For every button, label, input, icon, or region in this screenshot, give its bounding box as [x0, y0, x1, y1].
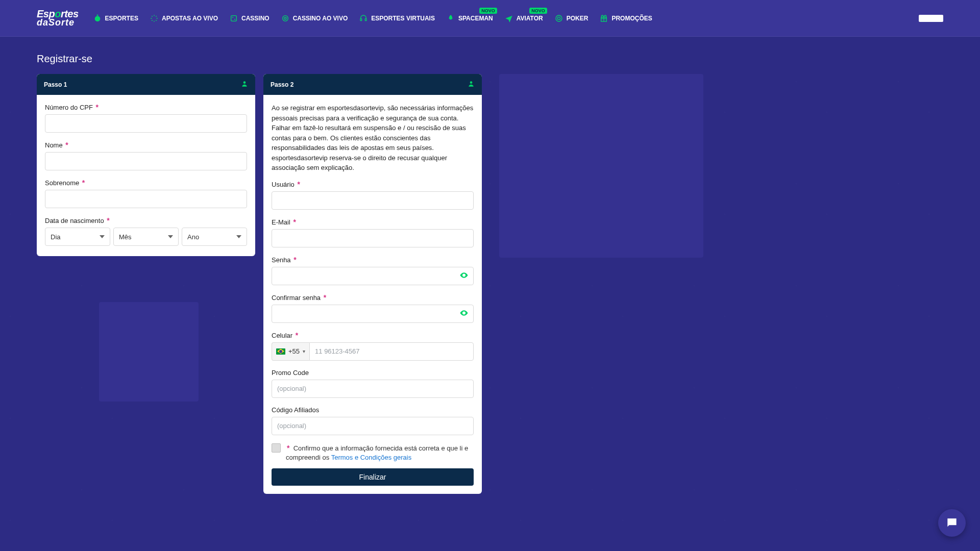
nav-label: APOSTAS AO VIVO [162, 15, 218, 22]
show-password-icon[interactable] [459, 270, 469, 281]
terms-text: * Confirmo que a informação fornecida es… [286, 443, 474, 463]
header-action-placeholder[interactable] [919, 15, 943, 22]
nav-label: PROMOÇÕES [611, 15, 652, 22]
brand-logo[interactable]: Esportes daSorte [37, 9, 79, 27]
nav-poker[interactable]: POKER [552, 11, 591, 26]
svg-point-9 [556, 15, 562, 21]
email-input[interactable] [272, 229, 474, 247]
dial-code-selector[interactable]: +55 ▾ [272, 342, 309, 361]
celular-input[interactable] [309, 342, 474, 361]
svg-point-12 [243, 81, 246, 84]
live-icon [150, 14, 159, 23]
dob-label: Data de nascimento * [45, 216, 247, 224]
svg-rect-1 [96, 14, 98, 15]
nav-label: AVIATOR [517, 15, 543, 22]
nav-label: CASSINO [241, 15, 270, 22]
nav-badge-novo: Novo [529, 8, 547, 14]
nav-label: CASSINO AO VIVO [293, 15, 348, 22]
nav-label: SPACEMAN [458, 15, 493, 22]
svg-point-0 [94, 16, 100, 21]
submit-button[interactable]: Finalizar [272, 468, 474, 486]
svg-rect-7 [360, 18, 362, 20]
card-step2-title: Passo 2 [271, 81, 293, 88]
terms-link[interactable]: Termos e Condições gerais [331, 454, 412, 461]
celular-label: Celular * [272, 331, 474, 339]
nav-cassino-ao-vivo[interactable]: CASSINO AO VIVO [279, 11, 350, 26]
user-icon [468, 80, 475, 89]
promo-placeholder-left [99, 302, 199, 402]
usuario-label: Usuário * [272, 180, 474, 188]
terms-checkbox[interactable] [272, 443, 281, 453]
senha-input[interactable] [272, 267, 474, 285]
dice-icon [229, 14, 238, 23]
chevron-down-icon: ▾ [303, 348, 305, 354]
nav-label: ESPORTES [105, 15, 138, 22]
rocket-icon [446, 14, 455, 23]
nome-label: Nome * [45, 141, 247, 149]
headset-icon [359, 14, 368, 23]
nav-badge-novo: Novo [479, 8, 497, 14]
afiliados-input[interactable] [272, 417, 474, 435]
promo-input[interactable] [272, 380, 474, 398]
show-password-icon[interactable] [459, 308, 469, 319]
promo-placeholder-right [499, 74, 703, 258]
chip-icon [281, 14, 290, 23]
usuario-input[interactable] [272, 191, 474, 210]
svg-point-6 [284, 17, 286, 19]
promo-label: Promo Code [272, 369, 474, 377]
nav-label: ESPORTES VIRTUAIS [371, 15, 435, 22]
dob-month-select[interactable]: Mês [113, 228, 179, 246]
nav-apostas-ao-vivo[interactable]: APOSTAS AO VIVO [148, 11, 220, 26]
dob-year-select[interactable]: Ano [182, 228, 247, 246]
dial-code: +55 [288, 347, 300, 355]
header-right [919, 15, 943, 22]
nav-cassino[interactable]: CASSINO [227, 11, 272, 26]
cpf-label: Número do CPF * [45, 103, 247, 111]
afiliados-label: Código Afiliados [272, 406, 474, 414]
nav-spaceman[interactable]: SPACEMAN Novo [444, 11, 495, 26]
card-step1-title: Passo 1 [44, 81, 67, 88]
cpf-input[interactable] [45, 114, 247, 133]
email-label: E-Mail * [272, 218, 474, 226]
svg-point-3 [232, 17, 233, 18]
user-icon [241, 80, 248, 89]
card-step1-head: Passo 1 [37, 74, 255, 95]
svg-rect-2 [231, 15, 237, 21]
poker-chip-icon [554, 14, 564, 23]
svg-point-4 [234, 19, 235, 20]
svg-rect-8 [365, 18, 367, 20]
nav-promocoes[interactable]: PROMOÇÕES [597, 11, 654, 26]
sobrenome-label: Sobrenome * [45, 179, 247, 187]
chat-icon [945, 516, 959, 530]
nav-label: POKER [567, 15, 589, 22]
senha-label: Senha * [272, 256, 474, 264]
card-step2-head: Passo 2 [263, 74, 482, 95]
svg-point-10 [557, 17, 560, 19]
chat-fab[interactable] [938, 509, 966, 537]
nav-esportes-virtuais[interactable]: ESPORTES VIRTUAIS [357, 11, 437, 26]
svg-point-13 [470, 81, 473, 84]
sobrenome-input[interactable] [45, 190, 247, 208]
plane-icon [504, 14, 513, 23]
flag-br-icon [276, 348, 285, 355]
nome-input[interactable] [45, 152, 247, 170]
nav-aviator[interactable]: AVIATOR Novo [502, 11, 545, 26]
step2-intro: Ao se registrar em esportesdasortevip, s… [272, 103, 474, 173]
svg-point-5 [282, 15, 288, 21]
confirma-senha-input[interactable] [272, 305, 474, 323]
confirma-senha-label: Confirmar senha * [272, 293, 474, 302]
card-step2: Passo 2 Ao se registrar em esportesdasor… [263, 74, 482, 494]
top-nav: Esportes daSorte ESPORTES APOSTAS AO VIV… [0, 0, 980, 37]
nav-esportes[interactable]: ESPORTES [91, 11, 140, 26]
card-step1: Passo 1 Número do CPF * Nome * [37, 74, 255, 256]
gift-icon [599, 14, 608, 23]
dob-day-select[interactable]: Dia [45, 228, 110, 246]
main-nav: ESPORTES APOSTAS AO VIVO CASSINO CASSINO… [91, 11, 654, 26]
stopwatch-icon [93, 14, 102, 23]
page-title: Registrar-se [37, 53, 943, 65]
